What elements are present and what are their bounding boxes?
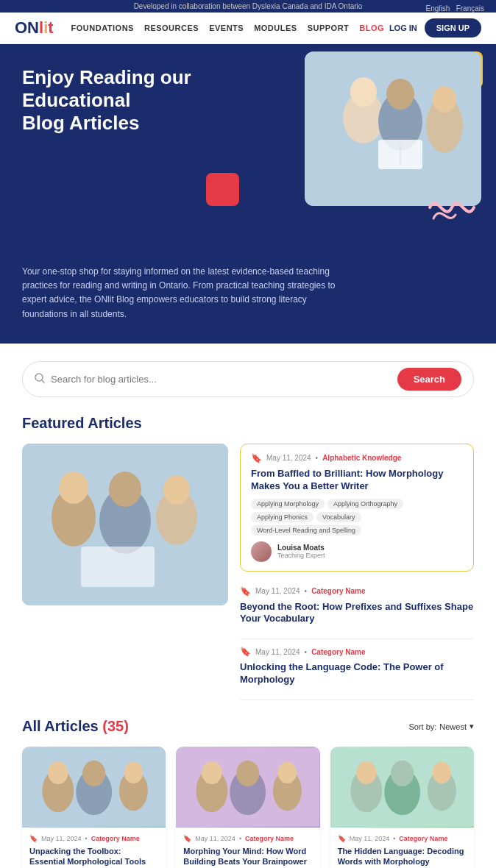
sort-by-dropdown[interactable]: Sort by: Newest ▾ bbox=[408, 722, 474, 731]
search-button[interactable]: Search bbox=[397, 368, 461, 391]
topbar-text: Developed in collaboration between Dysle… bbox=[134, 2, 363, 10]
featured-category: Alphabetic Knowledge bbox=[322, 454, 401, 462]
hero-heading-line3: Blog Articles bbox=[22, 112, 139, 134]
featured-main-image[interactable] bbox=[22, 444, 228, 605]
article-card-img-0 bbox=[22, 747, 166, 828]
svg-line-10 bbox=[42, 380, 44, 383]
search-input[interactable] bbox=[51, 374, 397, 385]
svg-point-39 bbox=[432, 762, 450, 783]
featured-article-secondary-0[interactable]: 🔖 May 11, 2024 • Category Name Beyond th… bbox=[240, 579, 474, 640]
tag-1[interactable]: Applying Orthography bbox=[327, 499, 403, 509]
sec-title-1: Unlocking the Language Code: The Power o… bbox=[240, 661, 474, 686]
logo-lit: lit bbox=[39, 18, 54, 37]
svg-point-28 bbox=[202, 761, 222, 784]
nav-modules[interactable]: MODULES bbox=[254, 24, 297, 32]
all-articles-section: All Articles (35) Sort by: Newest ▾ 🔖 bbox=[0, 718, 496, 868]
logo[interactable]: ONlit bbox=[15, 18, 54, 38]
hero-description-section: Your one-stop shop for staying informed … bbox=[0, 250, 496, 344]
svg-point-17 bbox=[163, 475, 190, 505]
article-card-0[interactable]: 🔖 May 11, 2024 • Category Name Unpacking… bbox=[22, 747, 166, 868]
author-row: Louisa Moats Teaching Expert bbox=[251, 541, 463, 562]
language-links[interactable]: English Français bbox=[425, 4, 484, 13]
featured-article-secondary-1[interactable]: 🔖 May 11, 2024 • Category Name Unlocking… bbox=[240, 639, 474, 700]
articles-grid: 🔖 May 11, 2024 • Category Name Unpacking… bbox=[22, 747, 474, 868]
featured-grid: 🔖 May 11, 2024 • Alphabetic Knowledge Fr… bbox=[22, 444, 474, 700]
sec-cat-0: Category Name bbox=[311, 587, 365, 595]
svg-point-35 bbox=[356, 761, 376, 784]
svg-point-23 bbox=[82, 761, 105, 786]
hero-image-placeholder bbox=[305, 51, 481, 206]
bookmark-icon-sec-1: 🔖 bbox=[240, 647, 251, 657]
featured-article-primary[interactable]: 🔖 May 11, 2024 • Alphabetic Knowledge Fr… bbox=[240, 444, 474, 572]
all-articles-title: All Articles (35) bbox=[22, 718, 129, 735]
article-card-2[interactable]: 🔖 May 11, 2024 • Category Name The Hidde… bbox=[330, 747, 474, 868]
article-meta-sec-1: 🔖 May 11, 2024 • Category Name bbox=[240, 647, 474, 657]
nav-blog[interactable]: BLOG bbox=[359, 24, 384, 32]
article-meta-sec-0: 🔖 May 11, 2024 • Category Name bbox=[240, 586, 474, 597]
article-card-meta-1: 🔖 May 11, 2024 • Category Name bbox=[183, 835, 312, 842]
article-meta-primary: 🔖 May 11, 2024 • Alphabetic Knowledge bbox=[251, 453, 463, 463]
svg-point-15 bbox=[109, 472, 141, 507]
article-card-img-2 bbox=[330, 747, 474, 828]
decorative-red-shape bbox=[206, 173, 239, 206]
sec-title-0: Beyond the Root: How Prefixes and Suffix… bbox=[240, 601, 474, 626]
navbar: ONlit FOUNDATIONS RESOURCES EVENTS MODUL… bbox=[0, 13, 496, 44]
nav-support[interactable]: SUPPORT bbox=[308, 24, 350, 32]
author-name: Louisa Moats bbox=[277, 544, 325, 552]
card-category-0: Category Name bbox=[91, 835, 140, 842]
tag-3[interactable]: Vocabulary bbox=[316, 512, 361, 522]
decorative-squiggle bbox=[422, 185, 481, 235]
sec-date-0: May 11, 2024 bbox=[255, 587, 300, 595]
article-card-body-0: 🔖 May 11, 2024 • Category Name Unpacking… bbox=[22, 828, 166, 868]
nav-events[interactable]: EVENTS bbox=[209, 24, 244, 32]
article-card-1[interactable]: 🔖 May 11, 2024 • Category Name Morphing … bbox=[176, 747, 319, 868]
top-bar: Developed in collaboration between Dysle… bbox=[0, 0, 496, 13]
bookmark-icon-sec-0: 🔖 bbox=[240, 586, 251, 597]
svg-point-30 bbox=[236, 761, 259, 786]
hero-heading: Enjoy Reading our Educational Blog Artic… bbox=[22, 66, 293, 135]
login-button[interactable]: LOG IN bbox=[389, 24, 417, 32]
svg-point-6 bbox=[433, 86, 456, 113]
hero-description: Your one-stop shop for staying informed … bbox=[22, 265, 339, 321]
all-articles-header: All Articles (35) Sort by: Newest ▾ bbox=[22, 718, 474, 735]
tag-2[interactable]: Applying Phonics bbox=[251, 512, 313, 522]
tag-0[interactable]: Applying Morphology bbox=[251, 499, 325, 509]
nav-resources[interactable]: RESOURCES bbox=[144, 24, 199, 32]
featured-title: Featured Articles bbox=[22, 415, 474, 432]
hero-illustration bbox=[305, 51, 481, 206]
card-date-2: May 11, 2024 bbox=[350, 835, 390, 842]
svg-point-4 bbox=[386, 79, 414, 110]
featured-articles-section: Featured Articles bbox=[0, 415, 496, 718]
author-role: Teaching Expert bbox=[277, 552, 325, 559]
all-articles-count: (35) bbox=[102, 718, 129, 734]
article-card-body-1: 🔖 May 11, 2024 • Category Name Morphing … bbox=[176, 828, 319, 868]
nav-foundations[interactable]: FOUNDATIONS bbox=[71, 24, 134, 32]
meta-dot: • bbox=[316, 454, 319, 462]
hero-heading-line2: Educational bbox=[22, 89, 130, 111]
article-card-body-2: 🔖 May 11, 2024 • Category Name The Hidde… bbox=[330, 828, 474, 868]
search-bar: Search bbox=[22, 361, 474, 397]
card-category-2: Category Name bbox=[399, 835, 447, 842]
bookmark-icon-card-1: 🔖 bbox=[183, 835, 191, 842]
lang-en[interactable]: English bbox=[425, 4, 450, 13]
svg-point-13 bbox=[59, 472, 88, 504]
featured-article-tags: Applying Morphology Applying Orthography… bbox=[251, 499, 463, 536]
tag-4[interactable]: Word-Level Reading and Spelling bbox=[251, 525, 361, 536]
card-title-2: The Hidden Language: Decoding Words with… bbox=[338, 846, 467, 867]
bookmark-icon: 🔖 bbox=[251, 453, 262, 463]
signup-button[interactable]: SIGN UP bbox=[425, 18, 481, 38]
author-info: Louisa Moats Teaching Expert bbox=[277, 544, 325, 559]
lang-fr[interactable]: Français bbox=[456, 4, 484, 13]
card-title-1: Morphing Your Mind: How Word Building Be… bbox=[183, 846, 312, 867]
featured-img-placeholder bbox=[22, 444, 228, 605]
bookmark-icon-card-0: 🔖 bbox=[29, 835, 38, 842]
hero-content: Enjoy Reading our Educational Blog Artic… bbox=[22, 66, 293, 135]
hero-image bbox=[305, 51, 481, 206]
svg-point-2 bbox=[350, 77, 377, 107]
sort-label: Sort by: bbox=[408, 722, 436, 731]
svg-rect-18 bbox=[81, 547, 155, 587]
svg-point-21 bbox=[48, 761, 68, 784]
sec-cat-1: Category Name bbox=[311, 648, 365, 656]
card-title-0: Unpacking the Toolbox: Essential Morphol… bbox=[29, 846, 158, 868]
search-section: Search bbox=[0, 344, 496, 415]
